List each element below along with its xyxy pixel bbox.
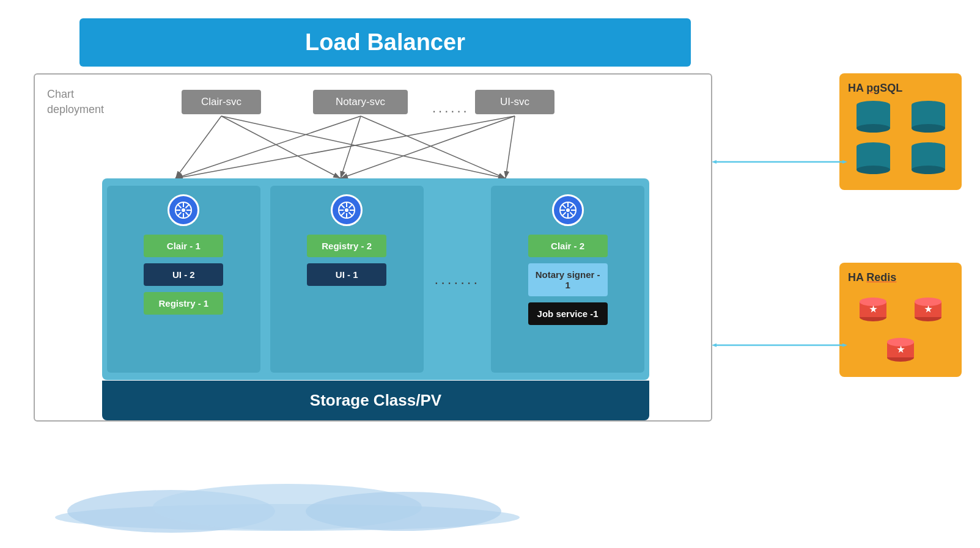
registry-2-pill: Registry - 2 — [307, 235, 386, 257]
clair-svc-box: Clair-svc — [182, 90, 261, 114]
notary-svc-box: Notary-svc — [313, 90, 408, 114]
redis-grid: ★ ★ ★ — [848, 290, 953, 366]
cloud-shape — [49, 484, 526, 533]
svg-line-39 — [562, 213, 566, 216]
storage-bar-label: Storage Class/PV — [310, 391, 441, 410]
svg-line-36 — [562, 204, 566, 208]
redis-icon-2: ★ — [910, 290, 946, 326]
db-grid-pgsql — [848, 101, 953, 179]
registry-1-pill: Registry - 1 — [144, 292, 223, 315]
ha-redis-box: HA Redis ★ ★ ★ — [839, 263, 962, 377]
ha-pgsql-title: HA pgSQL — [848, 82, 953, 95]
load-balancer-label: Load Balancer — [305, 29, 465, 55]
main-diagram-container: Chartdeployment Clair-svc Notary-svc — [34, 73, 712, 422]
svg-line-29 — [341, 213, 345, 216]
job-service-1-pill: Job service -1 — [528, 302, 608, 325]
svg-text:★: ★ — [897, 345, 905, 354]
db-cylinder-1 — [857, 101, 890, 137]
ha-pgsql-box: HA pgSQL — [839, 73, 962, 190]
svg-point-31 — [566, 208, 570, 212]
redis-icon-1: ★ — [855, 290, 891, 326]
svg-text:★: ★ — [924, 304, 932, 314]
svg-line-2 — [221, 116, 341, 178]
clair-2-pill: Clair - 2 — [528, 235, 608, 257]
k8s-logo-1 — [168, 194, 199, 226]
svg-line-1 — [175, 116, 221, 178]
svg-line-9 — [506, 116, 515, 178]
svc-dots-top: ...... — [432, 100, 470, 116]
svg-line-6 — [361, 116, 506, 178]
pod-col-2: Registry - 2 UI - 1 — [270, 186, 424, 373]
ui-svc-box: UI-svc — [475, 90, 554, 114]
svg-line-8 — [341, 116, 515, 178]
k8s-logo-3 — [552, 194, 584, 226]
svg-line-26 — [341, 204, 345, 208]
redis-icon-3: ★ — [883, 331, 918, 366]
load-balancer-banner: Load Balancer — [79, 18, 691, 67]
svg-line-28 — [349, 204, 353, 208]
svg-line-19 — [178, 213, 182, 216]
db-cylinder-3 — [857, 142, 890, 179]
ui-2-pill: UI - 2 — [144, 263, 223, 286]
k8s-logo-2 — [331, 194, 363, 226]
clair-1-pill: Clair - 1 — [144, 235, 223, 257]
svg-line-7 — [175, 116, 515, 178]
storage-bar: Storage Class/PV — [102, 381, 649, 420]
svg-line-37 — [570, 213, 573, 216]
svg-line-4 — [175, 116, 361, 178]
svg-line-18 — [186, 204, 190, 208]
db-cylinder-2 — [912, 101, 945, 137]
svg-marker-56 — [712, 160, 717, 164]
notary-signer-1-pill: Notary signer - 1 — [528, 263, 608, 296]
svg-marker-59 — [712, 343, 717, 347]
pod-col-3: Clair - 2 Notary signer - 1 Job service … — [491, 186, 644, 373]
db-cylinder-4 — [912, 142, 945, 179]
pods-area: Clair - 1 UI - 2 Registry - 1 — [102, 178, 649, 380]
ha-redis-title: HA Redis — [848, 271, 953, 284]
svg-point-63 — [306, 492, 501, 531]
svg-line-17 — [186, 213, 190, 216]
svg-line-5 — [341, 116, 361, 178]
svg-point-21 — [345, 208, 348, 212]
svg-line-38 — [570, 204, 573, 208]
chart-deployment-label: Chartdeployment — [47, 87, 104, 117]
svg-line-16 — [178, 204, 182, 208]
pod-col-1: Clair - 1 UI - 2 Registry - 1 — [107, 186, 260, 373]
svg-point-11 — [182, 208, 185, 212]
middle-dots: ....... — [429, 178, 487, 380]
ui-1-pill: UI - 1 — [307, 263, 386, 286]
svg-text:★: ★ — [869, 304, 877, 314]
svg-line-27 — [349, 213, 353, 216]
svg-line-3 — [221, 116, 506, 178]
